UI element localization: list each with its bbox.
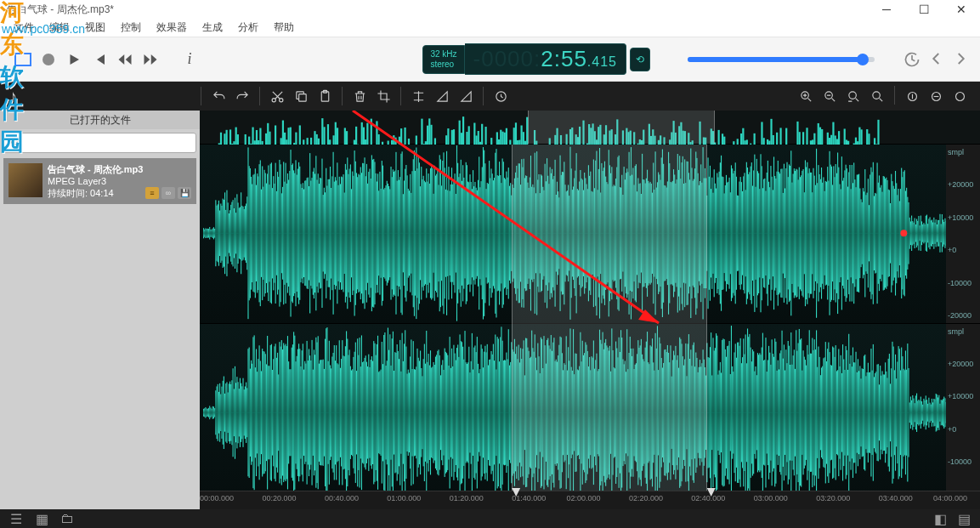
svg-rect-1700 [756,366,756,458]
svg-rect-1714 [769,353,770,473]
svg-rect-1876 [933,399,934,427]
overview-selection[interactable] [528,111,715,144]
search-input[interactable] [3,133,196,153]
play-button[interactable] [63,48,85,71]
svg-rect-1380 [431,367,432,457]
svg-rect-1328 [378,372,379,453]
menu-generate[interactable]: 生成 [202,20,223,35]
minimize-button[interactable]: ─ [868,0,905,19]
channels-icon[interactable]: ◧ [932,511,948,526]
svg-rect-1377 [428,354,429,471]
svg-rect-1076 [869,205,870,261]
forward-button[interactable] [139,48,161,71]
waveform-overview[interactable] [200,111,980,145]
position-slider[interactable] [688,57,875,62]
svg-rect-1720 [775,342,776,484]
selection-range[interactable] [512,145,707,509]
close-button[interactable]: ✕ [943,0,980,19]
record-button[interactable] [37,48,59,71]
delete-button[interactable] [349,86,370,106]
svg-rect-967 [758,173,759,293]
svg-rect-1330 [381,370,382,456]
svg-rect-635 [422,179,422,287]
spectrum-icon[interactable]: ▤ [956,511,972,526]
zoom-v-out-button[interactable] [926,86,946,106]
waveform-area[interactable]: smpl +20000+10000+0-10000-20000 smpl +20… [200,111,980,509]
svg-rect-652 [439,155,440,311]
svg-rect-633 [420,186,421,280]
svg-rect-1726 [782,331,783,495]
svg-rect-680 [467,182,468,285]
redo-button[interactable] [232,86,252,106]
zoom-fit-button[interactable] [867,86,887,106]
history-button[interactable] [904,51,921,68]
crop-button[interactable] [373,86,394,106]
svg-rect-946 [737,196,738,271]
svg-rect-1081 [874,196,875,271]
fade-out-button[interactable] [456,86,476,106]
svg-rect-596 [382,166,383,301]
menu-view[interactable]: 视图 [85,20,105,35]
info-button[interactable]: i [178,48,201,71]
svg-rect-1743 [799,329,800,497]
svg-rect-1192 [241,383,241,442]
zoom-selection-button[interactable] [843,86,864,106]
svg-rect-506 [292,165,292,302]
loop-toggle-button[interactable] [490,86,511,106]
time-ruler[interactable]: 00:00.000 00:20.000 00:40.000 01:00.000 … [200,491,980,509]
svg-rect-1314 [364,358,365,468]
zoom-out-button[interactable] [819,86,840,106]
undo-button[interactable] [208,86,229,106]
nav-forward-button[interactable] [953,51,968,68]
selection-tool-button[interactable] [12,48,34,71]
svg-rect-1058 [851,189,852,277]
svg-rect-1213 [262,349,263,476]
file-item[interactable]: 告白气球 - 周杰伦.mp3 MPEG Layer3 持续时间: 04:14 ≡… [3,158,196,204]
cut-button[interactable] [267,86,287,106]
maximize-button[interactable]: ☐ [905,0,943,19]
svg-rect-1725 [780,350,781,474]
zoom-v-reset-button[interactable] [949,86,970,106]
normalize-button[interactable] [408,86,428,106]
svg-rect-1393 [445,349,445,477]
svg-rect-1409 [461,341,462,484]
svg-rect-1308 [358,355,359,470]
menu-effects[interactable]: 效果器 [156,20,187,35]
svg-rect-1027 [819,174,820,292]
view-list-icon[interactable]: ☰ [8,511,24,526]
skip-start-button[interactable] [88,48,110,71]
zoom-in-button[interactable] [796,86,816,106]
svg-rect-1886 [943,397,944,429]
svg-rect-1340 [390,366,391,460]
menu-analyze[interactable]: 分析 [238,20,258,35]
svg-point-13 [11,139,17,145]
svg-rect-1141 [934,223,935,244]
rewind-button[interactable] [114,48,136,71]
paste-button[interactable] [314,86,335,106]
menu-edit[interactable]: 编辑 [49,20,70,35]
svg-rect-1269 [319,364,320,462]
svg-rect-1774 [830,365,831,460]
fade-in-button[interactable] [432,86,452,106]
menu-control[interactable]: 控制 [121,20,141,35]
svg-rect-1054 [847,168,847,298]
svg-rect-1310 [360,366,361,458]
svg-rect-541 [326,186,327,281]
nav-back-button[interactable] [929,51,944,68]
svg-rect-1049 [841,156,842,309]
zoom-v-in-button[interactable] [902,86,922,106]
svg-rect-719 [507,178,508,289]
menu-file[interactable]: 文件 [14,20,34,35]
menu-help[interactable]: 帮助 [274,20,294,35]
svg-rect-1143 [937,224,938,242]
svg-rect-2 [298,94,306,101]
time-display: 32 kHz stereo -0000:2:55.415 ⟲ [422,43,650,75]
svg-rect-1365 [416,366,416,458]
copy-button[interactable] [291,86,311,106]
svg-rect-539 [325,192,326,274]
svg-rect-1347 [398,351,399,474]
view-grid-icon[interactable]: ▦ [34,511,49,526]
loop-icon[interactable]: ⟲ [630,48,650,71]
svg-rect-433 [218,204,218,262]
view-folder-icon[interactable]: 🗀 [59,511,75,526]
